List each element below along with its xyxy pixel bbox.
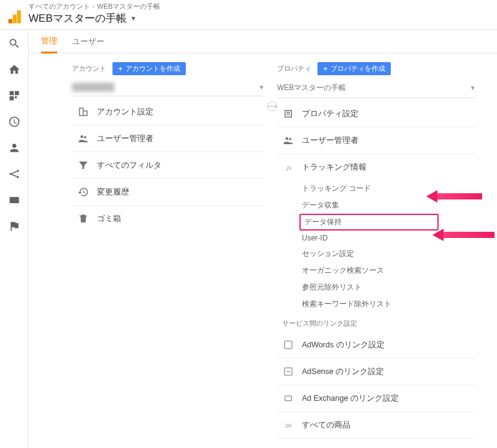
property-selector[interactable]: WEBマスターの手帳 ▼ bbox=[277, 79, 476, 98]
property-selected-name: WEBマスターの手帳 bbox=[277, 83, 346, 93]
nav-label: AdSense のリンク設定 bbox=[302, 367, 384, 377]
svg-point-11 bbox=[81, 135, 84, 139]
home-icon[interactable] bbox=[8, 63, 21, 76]
postback[interactable]: ポストバック bbox=[277, 439, 476, 448]
adexchange-link[interactable]: Ad Exchange のリンク設定 bbox=[277, 385, 476, 412]
flag-icon[interactable] bbox=[8, 220, 21, 232]
breadcrumb-l2: WEBマスターの手帳 bbox=[97, 2, 160, 11]
svg-rect-2 bbox=[9, 19, 12, 24]
attribution-icon[interactable] bbox=[8, 168, 21, 180]
postback-icon bbox=[282, 446, 294, 448]
keyword-exclusion[interactable]: 検索キーワード除外リスト bbox=[299, 296, 476, 313]
nav-label: すべての商品 bbox=[302, 420, 350, 431]
page-title: WEBマスターの手帳 bbox=[29, 11, 127, 25]
settings-building-icon bbox=[77, 106, 89, 118]
data-collection[interactable]: データ収集 bbox=[299, 197, 476, 214]
account-history[interactable]: 変更履歴 bbox=[72, 179, 265, 206]
property-tracking-info[interactable]: .js トラッキング情報 bbox=[277, 154, 476, 180]
adwords-icon bbox=[282, 339, 294, 351]
svg-point-13 bbox=[286, 137, 289, 140]
trash-icon bbox=[77, 213, 89, 225]
dashboard-icon[interactable] bbox=[8, 89, 21, 102]
svg-rect-5 bbox=[9, 96, 14, 101]
square-list-icon bbox=[282, 107, 294, 120]
left-icon-sidebar bbox=[0, 30, 29, 448]
svg-rect-4 bbox=[14, 91, 19, 96]
nav-label: Ad Exchange のリンク設定 bbox=[302, 393, 399, 404]
clock-icon[interactable] bbox=[8, 116, 21, 128]
create-account-button[interactable]: + アカウントを作成 bbox=[112, 62, 186, 75]
create-property-button[interactable]: + プロパティを作成 bbox=[317, 62, 391, 75]
breadcrumb-l1: すべてのアカウント bbox=[29, 2, 90, 11]
account-trash[interactable]: ゴミ箱 bbox=[72, 206, 265, 232]
admin-tabs: 管理 ユーザー bbox=[29, 30, 497, 53]
nav-label: プロパティ設定 bbox=[302, 109, 358, 119]
nav-label: ゴミ箱 bbox=[97, 214, 121, 224]
account-column: アカウント + アカウントを作成 ████████ ▼ アカウント設定 bbox=[72, 62, 265, 448]
nav-label: 変更履歴 bbox=[97, 187, 129, 198]
nav-label: ユーザー管理者 bbox=[97, 134, 153, 144]
svg-rect-0 bbox=[17, 11, 21, 24]
tab-admin[interactable]: 管理 bbox=[41, 30, 57, 53]
tracking-code[interactable]: トラッキング コード bbox=[299, 180, 476, 197]
account-selector[interactable]: ████████ ▼ bbox=[72, 79, 265, 96]
adexchange-icon bbox=[282, 392, 294, 405]
history-icon bbox=[77, 186, 89, 198]
account-settings[interactable]: アカウント設定 bbox=[72, 99, 265, 126]
account-user-mgmt[interactable]: ユーザー管理者 bbox=[72, 126, 265, 152]
adwords-link[interactable]: AdWords のリンク設定 bbox=[277, 332, 476, 359]
tab-user[interactable]: ユーザー bbox=[72, 30, 104, 53]
account-column-label: アカウント bbox=[72, 64, 106, 73]
caret-down-icon: ▼ bbox=[470, 85, 476, 91]
nav-label: アカウント設定 bbox=[97, 107, 153, 117]
link-section-label: サービス間のリンク設定 bbox=[277, 313, 476, 332]
account-selected-name: ████████ bbox=[72, 83, 114, 91]
users-icon bbox=[77, 132, 89, 145]
filter-icon bbox=[77, 159, 89, 171]
conversion-icon[interactable] bbox=[8, 194, 21, 206]
all-products[interactable]: ∞ すべての商品 bbox=[277, 412, 476, 439]
svg-point-8 bbox=[17, 170, 19, 171]
create-account-label: アカウントを作成 bbox=[125, 64, 180, 73]
svg-point-9 bbox=[17, 176, 19, 178]
page-title-selector[interactable]: WEBマスターの手帳 ▼ bbox=[29, 11, 160, 25]
property-column: プロパティ + プロパティを作成 WEBマスターの手帳 ▼ プロパティ設定 bbox=[277, 62, 476, 448]
caret-down-icon: ▼ bbox=[258, 84, 265, 91]
session-settings[interactable]: セッション設定 bbox=[299, 245, 476, 262]
svg-rect-17 bbox=[285, 396, 292, 401]
svg-rect-6 bbox=[14, 96, 16, 98]
nav-label: トラッキング情報 bbox=[302, 162, 367, 173]
search-icon[interactable] bbox=[8, 37, 21, 50]
top-header: すべてのアカウント › WEBマスターの手帳 WEBマスターの手帳 ▼ bbox=[0, 0, 497, 30]
user-id[interactable]: User-ID bbox=[299, 231, 476, 245]
person-icon[interactable] bbox=[8, 142, 21, 154]
create-property-label: プロパティを作成 bbox=[331, 64, 385, 73]
column-connector-icon[interactable]: ⟶ bbox=[267, 101, 277, 111]
property-column-label: プロパティ bbox=[277, 64, 311, 73]
chevron-right-icon: › bbox=[93, 3, 94, 10]
svg-point-12 bbox=[84, 136, 86, 139]
adsense-icon bbox=[282, 365, 294, 378]
data-retention[interactable]: データ保持 bbox=[299, 214, 439, 231]
nav-label: すべてのフィルタ bbox=[97, 160, 162, 171]
breadcrumb[interactable]: すべてのアカウント › WEBマスターの手帳 bbox=[29, 2, 160, 11]
property-settings[interactable]: プロパティ設定 bbox=[277, 101, 476, 127]
property-user-mgmt[interactable]: ユーザー管理者 bbox=[277, 127, 476, 154]
ga-logo-icon bbox=[6, 8, 24, 25]
organic-sources[interactable]: オーガニック検索ソース bbox=[299, 262, 476, 279]
referral-exclusion[interactable]: 参照元除外リスト bbox=[299, 279, 476, 296]
svg-rect-15 bbox=[285, 341, 292, 349]
plus-icon: + bbox=[323, 65, 328, 73]
svg-rect-3 bbox=[9, 91, 14, 96]
adsense-link[interactable]: AdSense のリンク設定 bbox=[277, 359, 476, 385]
caret-down-icon: ▼ bbox=[130, 15, 137, 22]
nav-label: AdWords のリンク設定 bbox=[302, 340, 385, 350]
svg-point-7 bbox=[9, 173, 11, 175]
users-icon bbox=[282, 134, 294, 147]
svg-rect-10 bbox=[9, 197, 19, 203]
nav-label: ユーザー管理者 bbox=[302, 135, 358, 146]
tracking-sublist: トラッキング コード データ収集 データ保持 User-ID セッション設定 オ… bbox=[277, 180, 476, 313]
link-infinity-icon: ∞ bbox=[282, 419, 294, 431]
account-filters[interactable]: すべてのフィルタ bbox=[72, 152, 265, 179]
plus-icon: + bbox=[118, 65, 123, 73]
